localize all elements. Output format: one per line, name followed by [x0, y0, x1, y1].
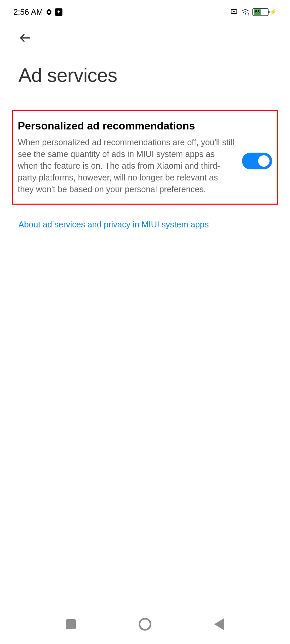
personalized-ads-toggle[interactable]: [242, 153, 272, 169]
setting-description: When personalized ad recommendations are…: [18, 137, 235, 195]
setting-title: Personalized ad recommendations: [18, 119, 235, 132]
personalized-ads-setting[interactable]: Personalized ad recommendations When per…: [12, 110, 278, 205]
status-right: 6 55 ⚡: [230, 8, 277, 16]
triangle-icon: [214, 618, 224, 630]
charging-icon: ⚡: [269, 8, 277, 16]
header: Ad services: [0, 20, 290, 86]
setting-text: Personalized ad recommendations When per…: [18, 119, 235, 195]
upload-icon: [55, 8, 62, 16]
navigation-bar: [0, 604, 290, 644]
circle-icon: [139, 618, 151, 631]
back-button[interactable]: [18, 30, 34, 45]
battery-icon: 55 ⚡: [252, 8, 277, 16]
status-bar: 2:56 AM 6 55: [0, 0, 290, 20]
gear-icon: [46, 9, 52, 15]
recent-apps-button[interactable]: [63, 616, 79, 632]
home-button[interactable]: [137, 616, 153, 632]
toggle-thumb: [258, 155, 270, 167]
status-time: 2:56 AM: [13, 7, 43, 17]
content: Personalized ad recommendations When per…: [0, 110, 290, 229]
back-nav-button[interactable]: [211, 616, 227, 632]
svg-text:6: 6: [247, 13, 249, 16]
battery-level: 55: [254, 9, 261, 15]
cast-off-icon: [230, 9, 238, 15]
page-title: Ad services: [18, 64, 272, 86]
wifi-icon: 6: [241, 8, 250, 16]
status-left: 2:56 AM: [13, 7, 62, 17]
about-privacy-link[interactable]: About ad services and privacy in MIUI sy…: [18, 220, 272, 229]
square-icon: [66, 619, 76, 629]
